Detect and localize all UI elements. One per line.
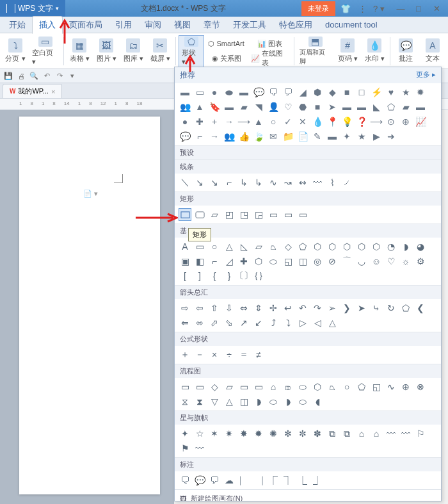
ribbon-comment[interactable]: 💬批注 <box>393 35 419 67</box>
shape-square-outline[interactable]: □ <box>355 86 368 99</box>
shape-fc-doc[interactable]: ⌂ <box>267 380 280 393</box>
shape-tear-b[interactable]: ◕ <box>414 240 427 253</box>
shape-elbow-double[interactable]: ↳ <box>252 176 265 189</box>
ribbon-pagebreak[interactable]: ⤵分页 ▾ <box>3 35 28 67</box>
shape-diamond-b[interactable]: ◇ <box>282 240 294 253</box>
skin-icon[interactable]: 👕 <box>339 4 352 13</box>
shape-scroll2[interactable]: ⌂ <box>370 427 383 440</box>
shape-textbox[interactable]: A <box>179 240 191 253</box>
shape-fc-int[interactable]: ▭ <box>252 380 265 393</box>
shape-fc-term[interactable]: ⬭ <box>296 380 309 393</box>
shape-fc-conn[interactable]: ○ <box>340 380 353 393</box>
shape-mult[interactable]: × <box>208 348 221 361</box>
shape-heart-filled[interactable]: ♥ <box>385 86 397 99</box>
shape-ar-23[interactable]: ⤴ <box>267 316 280 329</box>
ribbon-gallery[interactable]: 🗂图库 ▾ <box>120 35 146 67</box>
shape-square3-filled[interactable]: ■ <box>311 101 324 113</box>
shape-callout-filled[interactable]: 🗨 <box>267 86 280 99</box>
qa-preview-icon[interactable]: 🔍 <box>29 72 38 81</box>
shape-wave2[interactable]: 〰 <box>399 427 412 440</box>
shape-fc-seq[interactable]: ⬭ <box>267 395 280 408</box>
shape-hex-b[interactable]: ⬡ <box>311 240 324 253</box>
shape-scroll1[interactable]: ⌂ <box>355 427 368 440</box>
shape-scribble[interactable]: ⌇ <box>326 176 339 189</box>
shape-fc-pred[interactable]: ▭ <box>237 380 250 393</box>
shape-ar-27[interactable]: △ <box>326 316 339 329</box>
shape-x-icon[interactable]: ✕ <box>296 115 309 128</box>
shape-fc-sort[interactable]: ⧗ <box>193 395 206 408</box>
shape-tri-b[interactable]: △ <box>223 240 236 253</box>
shape-line-double[interactable]: ↘ <box>208 176 221 189</box>
document-area[interactable]: 📄 ▾ <box>0 110 174 504</box>
shape-co-line1[interactable]: ⎸ <box>237 474 250 487</box>
shape-arrow2-icon[interactable]: ⟶ <box>370 115 383 128</box>
shape-shield-filled[interactable]: ⬣ <box>296 101 309 113</box>
shape-arrow-long-icon[interactable]: ⟶ <box>237 115 250 128</box>
shape-star32[interactable]: ✽ <box>311 427 324 440</box>
shape-fc-coll[interactable]: ⧖ <box>179 395 191 408</box>
shape-square-filled[interactable]: ■ <box>340 86 353 99</box>
app-tag[interactable]: WPS 文字 ▾ <box>0 0 65 17</box>
shape-ar-18[interactable]: ⬄ <box>193 316 206 329</box>
shape-folder-filled[interactable]: ▰ <box>237 101 250 113</box>
shape-flag2[interactable]: ⚑ <box>179 442 191 455</box>
shape-star7[interactable]: ✷ <box>223 427 236 440</box>
shape-folder2-icon[interactable]: 📁 <box>282 130 294 143</box>
shape-fc-tape[interactable]: ∿ <box>385 380 397 393</box>
shape-ar-20[interactable]: ⬂ <box>223 316 236 329</box>
shape-co-rect[interactable]: 🗨 <box>179 474 191 487</box>
ribbon-watermark[interactable]: 💧水印 ▾ <box>362 35 387 67</box>
qa-undo-icon[interactable]: ↶ <box>42 72 51 81</box>
shape-fc-dec[interactable]: ◇ <box>208 380 221 393</box>
shape-line[interactable]: ＼ <box>179 176 191 189</box>
ribbon-table[interactable]: ▦表格 ▾ <box>67 35 92 67</box>
close-button[interactable]: ✕ <box>430 4 443 13</box>
shape-check-icon[interactable]: ✓ <box>282 115 294 128</box>
shape-block-b[interactable]: ⊘ <box>326 255 339 268</box>
shape-star5[interactable]: ☆ <box>193 427 206 440</box>
shape-heart-b[interactable]: ♡ <box>385 255 397 268</box>
ribbon-shapes[interactable]: ⬠形状 ▾ <box>179 35 204 67</box>
shape-pie-b[interactable]: ◔ <box>385 240 397 253</box>
shape-ar-d[interactable]: ⇩ <box>223 302 236 314</box>
shape-round-same[interactable]: ▭ <box>296 208 309 221</box>
shape-star8[interactable]: ✸ <box>237 427 250 440</box>
ribbon-screenshot[interactable]: ✂截屏 ▾ <box>147 35 173 67</box>
shape-corner-filled[interactable]: ◣ <box>370 101 383 113</box>
shape-fc-sum[interactable]: ⊕ <box>399 380 412 393</box>
menu-review[interactable]: 审阅 <box>138 17 168 33</box>
shape-ar-26[interactable]: ◁ <box>311 316 324 329</box>
shape-ar-curve[interactable]: ↷ <box>311 302 324 314</box>
shape-fc-prep[interactable]: ⬡ <box>311 380 324 393</box>
document-tab[interactable]: W 我的WP... × <box>3 84 62 98</box>
shape-fc-man[interactable]: ⏢ <box>326 380 339 393</box>
shape-chord-b[interactable]: ◗ <box>399 240 412 253</box>
shape-tag-filled[interactable]: ◢ <box>296 86 309 99</box>
document-page[interactable]: 📄 ▾ <box>19 117 160 494</box>
shape-bubble2-filled[interactable]: 🗩 <box>282 86 294 99</box>
qa-redo-icon[interactable]: ↷ <box>55 72 64 81</box>
shape-arrow4-icon[interactable]: ➜ <box>385 130 397 143</box>
shape-para-b[interactable]: ▱ <box>252 240 265 253</box>
minimize-button[interactable]: — <box>394 4 407 13</box>
shape-star2-icon[interactable]: ★ <box>355 130 368 143</box>
shape-co-line2[interactable]: ⎹ <box>252 474 265 487</box>
shape-fc-disp[interactable]: ◖ <box>311 395 324 408</box>
shape-dot-icon[interactable]: ● <box>179 115 191 128</box>
shape-freeform[interactable]: 〰 <box>311 176 324 189</box>
shape-oval-b[interactable]: ○ <box>208 240 221 253</box>
shape-co-bent1[interactable]: ⏋ <box>282 474 294 487</box>
shape-dbrace[interactable]: ｛｝ <box>252 270 265 282</box>
shape-pill3-filled[interactable]: ▬ <box>355 101 368 113</box>
shape-star6[interactable]: ✶ <box>208 427 221 440</box>
shape-co-line3[interactable]: ⎾ <box>267 474 280 487</box>
shape-round2[interactable]: ▭ <box>267 208 280 221</box>
shape-diamond-filled[interactable]: ◆ <box>326 86 339 99</box>
shape-plus-icon[interactable]: + <box>208 115 221 128</box>
shape-ar-17[interactable]: ⇐ <box>179 316 191 329</box>
shape-pent-b[interactable]: ⬠ <box>296 240 309 253</box>
shape-edit-icon[interactable]: ✎ <box>311 130 324 143</box>
shape-arc-b[interactable]: ⌒ <box>340 255 353 268</box>
shape-star16[interactable]: ✻ <box>282 427 294 440</box>
shape-group-icon[interactable]: 👥 <box>223 130 236 143</box>
